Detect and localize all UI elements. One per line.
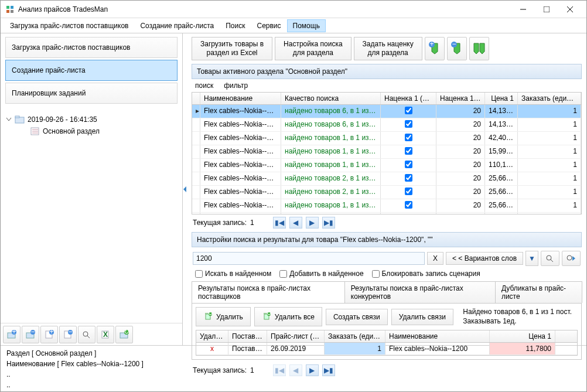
tree-collapse-icon[interactable] (5, 115, 12, 124)
clear-search-button[interactable]: X (427, 252, 443, 265)
nav-scheduler[interactable]: Планировщик заданий (5, 83, 178, 104)
add-sheet-button[interactable]: + (40, 326, 58, 343)
mcol-order[interactable]: Заказать (единиц) (325, 330, 385, 342)
tab-competitor-results[interactable]: Результаты поиска в прайс-листах конкуре… (344, 281, 496, 303)
col-price1[interactable]: Цена 1 (485, 93, 518, 104)
nav2-prev-button[interactable]: ◀ (289, 364, 302, 376)
search-button[interactable] (78, 326, 95, 343)
svg-text:+: + (429, 41, 434, 48)
word-variants-button[interactable]: < < Вариантов слов (446, 252, 523, 265)
markup-toggle[interactable] (405, 201, 412, 209)
table-row[interactable]: Flex cables--Nokia--2255найдено товаров … (192, 172, 581, 186)
markup-toggle[interactable] (405, 107, 412, 114)
nav-create-pricelist[interactable]: Создание прайс-листа (5, 60, 178, 81)
table-row[interactable]: Flex cables--Nokia--2600Cнайдено товаров… (192, 199, 581, 213)
nav2-next-button[interactable]: ▶ (306, 364, 319, 376)
col-quality[interactable]: Качество поиска (281, 93, 381, 104)
markup-toggle[interactable] (405, 134, 412, 141)
table-row[interactable]: Flex cables--Nokia--1606найдено товаров … (192, 132, 581, 145)
run-search-button[interactable] (541, 251, 559, 266)
delete-links-button[interactable]: Удалить связи (391, 309, 453, 325)
table-row[interactable]: Flex cables--Nokia--2630найдено товаров … (192, 213, 581, 214)
section-tree[interactable]: 2019-09-26 - 16:41:35 Основной раздел (1, 109, 182, 323)
delete-button[interactable]: ↻Удалить (196, 307, 251, 326)
record-nav-top: Текущая запись: 1 ▮◀ ◀ ▶ ▶▮ (187, 214, 586, 231)
table-row[interactable]: Flex cables--Nokia--1650найдено товаров … (192, 145, 581, 159)
markup-toggle[interactable] (405, 161, 412, 168)
search-config-button[interactable]: Настройка поискадля раздела (275, 37, 351, 60)
run-search-play-button[interactable] (562, 251, 581, 266)
svg-text:+: + (12, 330, 16, 336)
search-panel-header: Настройки поиска и результаты для товара… (192, 232, 582, 247)
add-folder-button[interactable]: + (3, 326, 21, 343)
table-row[interactable]: Flex cables--Nokia--2255найдено товаров … (192, 186, 581, 199)
tag-add-green-button[interactable]: + (425, 37, 445, 60)
filter-search-label[interactable]: поиск (195, 81, 213, 90)
results-grid[interactable]: Удалить Поставщик Прайс-лист (дата) Зака… (196, 330, 578, 356)
tree-node-child[interactable]: Основной раздел (4, 125, 179, 137)
nav-first-button[interactable]: ▮◀ (273, 217, 286, 229)
check-add-to-found[interactable]: Добавить в найденное (279, 270, 363, 278)
menu-service[interactable]: Сервис (251, 19, 286, 32)
minimize-button[interactable] (511, 1, 535, 18)
table-row[interactable]: ▸Flex cables--Nokia--1200найдено товаров… (192, 105, 581, 118)
splitter-handle[interactable] (183, 33, 187, 345)
remove-folder-button[interactable]: − (22, 326, 39, 343)
delete-all-button[interactable]: ↻Удалить все (254, 307, 322, 326)
markup-toggle[interactable] (405, 147, 412, 155)
nav-next-button[interactable]: ▶ (306, 217, 319, 229)
col-markup1-toggle[interactable]: Наценка 1 (вкл./вы (381, 93, 436, 104)
nav-last-button[interactable]: ▶▮ (322, 217, 335, 229)
check-block-script[interactable]: Блокировать запись сценария (372, 270, 480, 278)
svg-point-40 (567, 255, 572, 260)
nav-load-pricelists[interactable]: Загрузка прайс-листов поставщиков (5, 37, 178, 58)
search-input[interactable] (193, 252, 425, 265)
results-row[interactable]: x Поставщик 26.09.2019 1 Flex cables--No… (196, 343, 577, 355)
check-search-in-found[interactable]: Искать в найденном (195, 270, 271, 278)
filter-filter-label[interactable]: фильтр (224, 81, 248, 90)
menu-create[interactable]: Создание прайс-листа (134, 19, 220, 32)
close-button[interactable] (558, 1, 582, 18)
markup-toggle[interactable] (405, 188, 412, 195)
nav2-first-button[interactable]: ▮◀ (273, 364, 286, 376)
table-row[interactable]: Flex cables--Nokia--1200найдено товаров … (192, 118, 581, 132)
tab-duplicates[interactable]: Дубликаты в прайс-листе (495, 281, 582, 303)
mcol-date[interactable]: Прайс-лист (дата) (267, 330, 325, 342)
menu-help[interactable]: Помощь (287, 19, 326, 32)
set-markup-button[interactable]: Задать наценкудля раздела (354, 37, 422, 60)
svg-text:X: X (103, 330, 108, 339)
col-name[interactable]: Наименование (200, 93, 281, 104)
products-grid[interactable]: Наименование Качество поиска Наценка 1 (… (192, 92, 582, 214)
maximize-button[interactable] (535, 1, 558, 18)
mcol-price[interactable]: Цена 1 (490, 330, 555, 342)
nav-prev-button[interactable]: ◀ (289, 217, 302, 229)
table-row[interactable]: Flex cables--Nokia--2220найдено товаров … (192, 159, 581, 172)
mcol-delete[interactable]: Удалить (196, 330, 228, 342)
export-excel-button[interactable]: X (97, 326, 114, 343)
load-from-excel-button[interactable]: Загрузить товары враздел из Excel (192, 37, 272, 60)
create-links-button[interactable]: Создать связи (326, 309, 388, 325)
tree-node-root[interactable]: 2019-09-26 - 16:41:35 (4, 114, 179, 125)
mcol-name[interactable]: Наименование (385, 330, 490, 342)
menu-load[interactable]: Загрузка прайс-листов поставщиков (4, 19, 134, 32)
tab-supplier-results[interactable]: Результаты поиска в прайс-листах поставщ… (192, 281, 345, 303)
remove-sheet-button[interactable]: − (59, 326, 77, 343)
refresh-tree-button[interactable]: ↻ (115, 326, 133, 343)
markup-toggle[interactable] (405, 120, 412, 128)
folder-icon (15, 115, 25, 124)
markup-toggle[interactable] (405, 174, 412, 182)
menu-search[interactable]: Поиск (220, 19, 251, 32)
mcol-supplier[interactable]: Поставщик (228, 330, 267, 342)
tag-pair-green-button[interactable] (469, 37, 489, 60)
svg-line-27 (87, 336, 90, 338)
trash-icon: ↻ (262, 311, 271, 322)
nav2-last-button[interactable]: ▶▮ (322, 364, 335, 376)
dropdown-button[interactable]: ▼ (525, 251, 538, 266)
col-order-qty[interactable]: Заказать (единиц) (518, 93, 581, 104)
tag-remove-green-button[interactable]: − (447, 37, 467, 60)
svg-text:−: − (68, 330, 72, 336)
trash-icon: ↻ (203, 311, 213, 322)
row-delete-mark[interactable]: x (196, 343, 228, 354)
col-markup1-pct[interactable]: Наценка 1 (%) (436, 93, 485, 104)
app-icon (5, 5, 15, 14)
